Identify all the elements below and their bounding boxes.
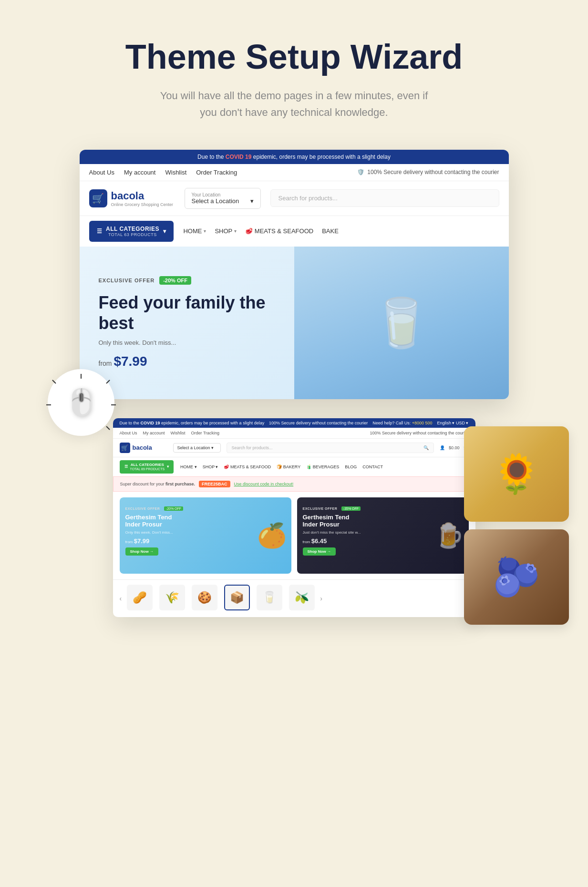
- nav-bake[interactable]: BAKE: [322, 227, 339, 235]
- cursor-arrow-icon: 🖱️: [65, 387, 97, 417]
- location-value: Select a Location ▾: [192, 197, 254, 205]
- product-2-subtitle: Just don't miss the special site w...: [303, 530, 463, 535]
- product-2-title: Gerthesim TendInder Prosur: [303, 514, 463, 528]
- small-nav-home[interactable]: HOME ▾: [180, 464, 197, 469]
- small-nav-account[interactable]: My account: [143, 431, 165, 435]
- main-navigation: HOME ▾ SHOP ▾ 🥩 MEATS & SEAFOOD BAKE: [183, 227, 338, 235]
- menu-icon: ☰: [97, 228, 103, 235]
- product-1-shop-now[interactable]: Shop Now →: [125, 547, 158, 556]
- nav-link-account[interactable]: My account: [124, 169, 155, 176]
- main-screenshot: Due to the COVID 19 epidemic, orders may…: [80, 150, 509, 399]
- store-header: 🛒 bacola Online Grocery Shopping Center …: [80, 181, 509, 216]
- thumbnail-4[interactable]: 📦: [223, 585, 251, 612]
- thumbnail-2[interactable]: 🌾: [158, 585, 186, 612]
- nav-home[interactable]: HOME ▾: [183, 227, 206, 235]
- thumbnail-img-1: 🥜: [127, 585, 153, 610]
- small-main-navigation: HOME ▾ SHOP ▾ 🥩 MEATS & SEAFOOD 🍞 BAKERY…: [180, 464, 383, 469]
- banner-content: EXCLUSIVE OFFER -20% OFF Feed your famil…: [99, 276, 294, 369]
- all-categories-button[interactable]: ☰ ALL CATEGORIES TOTAL 63 PRODUCTS ▾: [89, 221, 174, 242]
- small-chevron-icon: ▾: [167, 464, 169, 469]
- product-2-price: from $6.45: [303, 537, 463, 545]
- second-screenshot: Due to the COVID 19 epidemic, orders may…: [113, 418, 475, 617]
- small-search-bar[interactable]: Search for products... 🔍: [227, 443, 434, 453]
- small-nav-wishlist[interactable]: Wishlist: [171, 431, 186, 435]
- ray-icon: [106, 426, 110, 430]
- almond-milk-icon: 🥛: [371, 295, 431, 351]
- hero-subtitle: You will have all the demo pages in a fe…: [156, 87, 433, 121]
- small-secure-delivery: 100% Secure delivery without contacting …: [370, 431, 468, 435]
- small-announcement-text: Due to the COVID 19 epidemic, orders may…: [120, 421, 265, 425]
- small-nav-shop[interactable]: SHOP ▾: [203, 464, 218, 469]
- banner-title: Feed your family the best: [99, 292, 294, 333]
- chevron-down-icon: ▾: [250, 197, 254, 205]
- promo-link[interactable]: Use discount code in checkout!: [234, 482, 294, 486]
- announcement-text-end: epidemic, orders may be processed with a…: [253, 154, 391, 160]
- ray-icon: [46, 404, 51, 405]
- nav-links: About Us My account Wishlist Order Track…: [89, 169, 237, 176]
- small-store-header: 🛒 bacola Select a Location ▾ Search for …: [113, 439, 475, 457]
- thumbnail-6[interactable]: 🫒: [288, 585, 316, 612]
- small-nav-contact[interactable]: CONTACT: [362, 464, 383, 469]
- small-nav-blog[interactable]: BLOG: [345, 464, 357, 469]
- chevron-down-icon: ▾: [163, 228, 166, 235]
- covid-highlight: COVID 19: [226, 154, 252, 160]
- nav-meats[interactable]: 🥩 MEATS & SEAFOOD: [245, 227, 313, 235]
- location-selector[interactable]: Your Location Select a Location ▾: [185, 188, 261, 209]
- banner-price: from $7.99: [99, 354, 294, 369]
- ray-icon: [106, 380, 110, 383]
- thumbnail-img-6: 🫒: [289, 585, 315, 610]
- search-bar[interactable]: Search for products...: [270, 189, 499, 207]
- products-grid: EXCLUSIVE OFFER -20% OFF Gerthesim TendI…: [113, 492, 475, 579]
- ray-icon: [52, 380, 56, 383]
- thumbnail-5[interactable]: 🥛: [255, 585, 284, 612]
- thumbnail-1[interactable]: 🥜: [125, 585, 154, 612]
- nav-link-wishlist[interactable]: Wishlist: [165, 169, 186, 176]
- thumbnail-img-5: 🥛: [257, 585, 282, 610]
- thumbnail-3[interactable]: 🍪: [190, 585, 219, 612]
- logo-icon: 🛒: [89, 189, 107, 207]
- discount-badge: -20% OFF: [159, 276, 191, 285]
- promo-code: FREE25BAC: [199, 481, 230, 487]
- small-nav-beverages[interactable]: 🧃 BEVERAGES: [306, 464, 339, 469]
- product-2-shop-now[interactable]: Shop Now →: [303, 547, 336, 556]
- thumbnails-prev[interactable]: ‹: [120, 585, 122, 612]
- small-user-icon[interactable]: 👤: [440, 445, 445, 450]
- category-bar: ☰ ALL CATEGORIES TOTAL 63 PRODUCTS ▾ HOM…: [80, 216, 509, 247]
- small-nav-bakery[interactable]: 🍞 BAKERY: [277, 464, 300, 469]
- logo-name: bacola: [111, 190, 174, 202]
- product-card-2-content: EXCLUSIVE OFFER -35% OFF Gerthesim TendI…: [297, 497, 469, 561]
- cursor-illustration: 🖱️: [48, 369, 124, 445]
- exclusive-badge: EXCLUSIVE OFFER -20% OFF: [99, 276, 294, 285]
- thumbnail-img-4: 📦: [224, 585, 250, 610]
- small-menu-icon: ☰: [124, 464, 128, 469]
- nav-link-tracking[interactable]: Order Tracking: [196, 169, 237, 176]
- product-card-1-content: EXCLUSIVE OFFER -20% OFF Gerthesim TendI…: [120, 497, 291, 561]
- thumbnail-img-2: 🌾: [159, 585, 185, 610]
- small-lang-selector[interactable]: English ▾ USD ▾: [437, 421, 468, 425]
- thumbnails-next[interactable]: ›: [320, 585, 322, 612]
- logo-area: 🛒 bacola Online Grocery Shopping Center: [89, 189, 175, 207]
- small-location-selector[interactable]: Select a Location ▾: [173, 443, 221, 453]
- small-category-bar: ☰ ALL CATEGORIES TOTAL 89 PRODUCTS ▾ HOM…: [113, 457, 475, 476]
- ray-icon: [81, 374, 82, 379]
- small-secure-text: 100% Secure delivery without contacting …: [269, 421, 368, 425]
- nav-shop[interactable]: SHOP ▾: [215, 227, 237, 235]
- nav-link-about[interactable]: About Us: [89, 169, 114, 176]
- logo-text: bacola Online Grocery Shopping Center: [111, 190, 174, 207]
- product-card-1: EXCLUSIVE OFFER -20% OFF Gerthesim TendI…: [120, 497, 291, 574]
- product-2-exclusive: EXCLUSIVE OFFER -35% OFF: [303, 503, 463, 512]
- small-nav-tracking[interactable]: Order Tracking: [191, 431, 220, 435]
- small-nav-meats[interactable]: 🥩 MEATS & SEAFOOD: [224, 464, 271, 469]
- shield-icon: 🛡️: [357, 169, 364, 175]
- small-all-categories-button[interactable]: ☰ ALL CATEGORIES TOTAL 89 PRODUCTS ▾: [120, 460, 174, 474]
- small-announcement-bar: Due to the COVID 19 epidemic, orders may…: [113, 418, 475, 428]
- promo-bar: Super discount for your first purchase. …: [113, 476, 475, 492]
- product-image-sunflower: 🌻: [493, 452, 540, 496]
- small-logo-name: bacola: [133, 444, 152, 451]
- small-nav-bar: About Us My account Wishlist Order Track…: [113, 428, 475, 439]
- thumbnail-img-3: 🍪: [192, 585, 217, 610]
- ray-icon: [111, 404, 116, 405]
- announcement-bar: Due to the COVID 19 epidemic, orders may…: [80, 150, 509, 164]
- small-contact-text: Need help? Call Us: +8000 500: [372, 421, 432, 425]
- side-image-1: 🌻: [464, 426, 569, 522]
